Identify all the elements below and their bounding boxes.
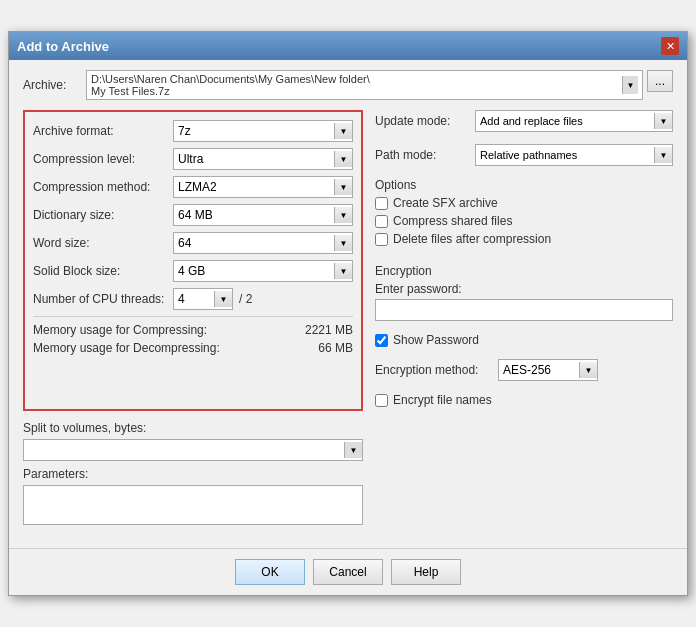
split-combo[interactable]: ▼ — [23, 439, 363, 461]
left-panel: Archive format: 7z ▼ Compression level: … — [23, 110, 363, 411]
cpu-count: / 2 — [239, 292, 252, 306]
cancel-button[interactable]: Cancel — [313, 559, 383, 585]
archive-row: Archive: D:\Users\Naren Chan\Documents\M… — [23, 70, 673, 100]
compression-method-arrow: ▼ — [334, 179, 352, 195]
add-to-archive-dialog: Add to Archive ✕ Archive: D:\Users\Naren… — [8, 31, 688, 596]
create-sfx-checkbox[interactable] — [375, 197, 388, 210]
help-button[interactable]: Help — [391, 559, 461, 585]
archive-combo[interactable]: D:\Users\Naren Chan\Documents\My Games\N… — [86, 70, 643, 100]
memory-compressing-label: Memory usage for Compressing: — [33, 323, 305, 337]
bottom-section: Split to volumes, bytes: ▼ Parameters: — [23, 421, 673, 528]
update-mode-row: Update mode: Add and replace files ▼ — [375, 110, 673, 132]
dialog-body: Archive: D:\Users\Naren Chan\Documents\M… — [9, 60, 687, 538]
browse-button[interactable]: ... — [647, 70, 673, 92]
compress-shared-label: Compress shared files — [393, 214, 512, 228]
encrypt-filenames-checkbox[interactable] — [375, 394, 388, 407]
params-label: Parameters: — [23, 467, 673, 481]
delete-after-checkbox[interactable] — [375, 233, 388, 246]
main-content: Archive format: 7z ▼ Compression level: … — [23, 110, 673, 411]
delete-after-label: Delete files after compression — [393, 232, 551, 246]
split-arrow: ▼ — [344, 442, 362, 458]
right-panel: Update mode: Add and replace files ▼ Pat… — [375, 110, 673, 411]
solid-block-size-row: Solid Block size: 4 GB ▼ — [33, 260, 353, 282]
compression-method-select[interactable]: LZMA2 ▼ — [173, 176, 353, 198]
archive-dropdown-arrow[interactable]: ▼ — [622, 76, 638, 94]
compress-shared-checkbox[interactable] — [375, 215, 388, 228]
compression-level-select[interactable]: Ultra ▼ — [173, 148, 353, 170]
word-size-label: Word size: — [33, 236, 173, 250]
path-mode-row: Path mode: Relative pathnames ▼ — [375, 144, 673, 166]
archive-format-arrow: ▼ — [334, 123, 352, 139]
word-size-row: Word size: 64 ▼ — [33, 232, 353, 254]
encryption-method-arrow: ▼ — [579, 362, 597, 378]
word-size-select[interactable]: 64 ▼ — [173, 232, 353, 254]
options-title: Options — [375, 178, 673, 192]
memory-decompressing-row: Memory usage for Decompressing: 66 MB — [33, 341, 353, 355]
archive-path-text: D:\Users\Naren Chan\Documents\My Games\N… — [91, 73, 622, 97]
archive-format-select[interactable]: 7z ▼ — [173, 120, 353, 142]
delete-after-row: Delete files after compression — [375, 232, 673, 246]
cpu-threads-select[interactable]: 4 ▼ — [173, 288, 233, 310]
archive-path-container: D:\Users\Naren Chan\Documents\My Games\N… — [86, 70, 673, 100]
dictionary-size-select[interactable]: 64 MB ▼ — [173, 204, 353, 226]
create-sfx-label: Create SFX archive — [393, 196, 498, 210]
split-label: Split to volumes, bytes: — [23, 421, 673, 435]
compress-shared-row: Compress shared files — [375, 214, 673, 228]
button-row: OK Cancel Help — [9, 548, 687, 595]
update-mode-arrow: ▼ — [654, 113, 672, 129]
compression-level-arrow: ▼ — [334, 151, 352, 167]
cpu-threads-arrow: ▼ — [214, 291, 232, 307]
compression-method-row: Compression method: LZMA2 ▼ — [33, 176, 353, 198]
dictionary-size-arrow: ▼ — [334, 207, 352, 223]
show-password-checkbox[interactable] — [375, 334, 388, 347]
encryption-method-select[interactable]: AES-256 ▼ — [498, 359, 598, 381]
archive-format-row: Archive format: 7z ▼ — [33, 120, 353, 142]
encryption-method-label: Encryption method: — [375, 363, 490, 377]
encryption-title: Encryption — [375, 264, 673, 278]
options-group: Options Create SFX archive Compress shar… — [375, 178, 673, 250]
update-mode-label: Update mode: — [375, 114, 475, 128]
memory-compressing-value: 2221 MB — [305, 323, 353, 337]
dialog-title: Add to Archive — [17, 39, 109, 54]
solid-block-size-arrow: ▼ — [334, 263, 352, 279]
archive-label: Archive: — [23, 78, 78, 92]
dictionary-size-row: Dictionary size: 64 MB ▼ — [33, 204, 353, 226]
dictionary-size-label: Dictionary size: — [33, 208, 173, 222]
title-bar: Add to Archive ✕ — [9, 32, 687, 60]
memory-compressing-row: Memory usage for Compressing: 2221 MB — [33, 323, 353, 337]
archive-format-label: Archive format: — [33, 124, 173, 138]
show-password-label: Show Password — [393, 333, 479, 347]
close-button[interactable]: ✕ — [661, 37, 679, 55]
create-sfx-row: Create SFX archive — [375, 196, 673, 210]
encrypt-filenames-row: Encrypt file names — [375, 393, 673, 407]
compression-level-label: Compression level: — [33, 152, 173, 166]
show-password-row: Show Password — [375, 333, 673, 347]
encrypt-filenames-label: Encrypt file names — [393, 393, 492, 407]
encryption-method-row: Encryption method: AES-256 ▼ — [375, 359, 673, 381]
update-mode-select[interactable]: Add and replace files ▼ — [475, 110, 673, 132]
word-size-arrow: ▼ — [334, 235, 352, 251]
solid-block-size-label: Solid Block size: — [33, 264, 173, 278]
path-mode-select[interactable]: Relative pathnames ▼ — [475, 144, 673, 166]
encryption-group: Encryption Enter password: — [375, 264, 673, 321]
solid-block-size-select[interactable]: 4 GB ▼ — [173, 260, 353, 282]
path-mode-label: Path mode: — [375, 148, 475, 162]
cpu-threads-row: Number of CPU threads: 4 ▼ / 2 — [33, 288, 353, 310]
params-input[interactable] — [23, 485, 363, 525]
memory-decompressing-label: Memory usage for Decompressing: — [33, 341, 318, 355]
ok-button[interactable]: OK — [235, 559, 305, 585]
cpu-threads-label: Number of CPU threads: — [33, 292, 173, 306]
compression-level-row: Compression level: Ultra ▼ — [33, 148, 353, 170]
compression-method-label: Compression method: — [33, 180, 173, 194]
password-input[interactable] — [375, 299, 673, 321]
path-mode-arrow: ▼ — [654, 147, 672, 163]
enter-password-label: Enter password: — [375, 282, 673, 296]
memory-decompressing-value: 66 MB — [318, 341, 353, 355]
